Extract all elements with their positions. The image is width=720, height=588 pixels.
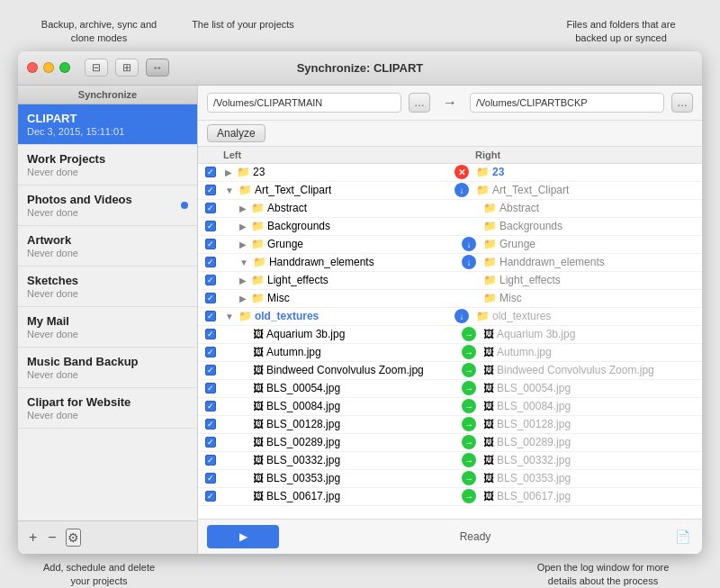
file-row[interactable]: 🖼 BLS_00054.jpg → 🖼 BLS_00054.jpg bbox=[198, 380, 702, 398]
checkbox-cell[interactable] bbox=[200, 257, 221, 267]
expand-arrow[interactable]: ▼ bbox=[225, 312, 234, 321]
checkbox[interactable] bbox=[205, 311, 216, 321]
right-path-browse-button[interactable]: … bbox=[671, 93, 693, 113]
file-icon: 🖼 bbox=[253, 436, 264, 448]
folder-icon: 📁 bbox=[483, 202, 497, 214]
checkbox-cell[interactable] bbox=[200, 203, 221, 213]
file-row[interactable]: ▶ 📁 Light_effects 📁 Light_effects bbox=[198, 272, 702, 290]
checkbox[interactable] bbox=[205, 239, 216, 249]
sync-icon-cell: → bbox=[456, 453, 482, 467]
checkbox-cell[interactable] bbox=[200, 347, 221, 357]
log-icon-button[interactable]: 📄 bbox=[671, 526, 693, 547]
file-row[interactable]: ▶ 📁 Backgrounds 📁 Backgrounds bbox=[198, 218, 702, 236]
file-row[interactable]: ▶ 📁 Grunge ↓ 📁 Grunge bbox=[198, 236, 702, 254]
file-row[interactable]: 🖼 Autumn.jpg → 🖼 Autumn.jpg bbox=[198, 344, 702, 362]
file-row[interactable]: 🖼 BLS_00289.jpg → 🖼 BLS_00289.jpg bbox=[198, 434, 702, 452]
minimize-button[interactable] bbox=[43, 62, 54, 73]
checkbox[interactable] bbox=[205, 473, 216, 484]
checkbox[interactable] bbox=[205, 275, 216, 285]
file-row[interactable]: 🖼 Bindweed Convolvulus Zoom.jpg → 🖼 Bind… bbox=[198, 362, 702, 380]
checkbox[interactable] bbox=[205, 221, 216, 231]
left-path-input[interactable] bbox=[207, 93, 401, 113]
checkbox[interactable] bbox=[205, 455, 216, 466]
right-path-input[interactable] bbox=[470, 93, 664, 113]
checkbox-cell[interactable] bbox=[200, 419, 221, 430]
sidebar-item-my-mail[interactable]: My Mail Never done bbox=[18, 307, 197, 348]
checkbox[interactable] bbox=[205, 185, 216, 195]
checkbox[interactable] bbox=[205, 383, 216, 394]
file-row[interactable]: ▶ 📁 23 ✕ 📁 23 bbox=[198, 164, 702, 182]
checkbox-cell[interactable] bbox=[200, 401, 221, 412]
right-file-name: BLS_00289.jpg bbox=[497, 436, 571, 448]
expand-arrow[interactable]: ▶ bbox=[239, 222, 247, 231]
swap-arrow-button[interactable]: → bbox=[437, 93, 463, 113]
checkbox[interactable] bbox=[205, 203, 216, 213]
checkbox-cell[interactable] bbox=[200, 455, 221, 466]
file-row[interactable]: ▼ 📁 Handdrawn_elements ↓ 📁 Handdrawn_ele… bbox=[198, 254, 702, 272]
file-row[interactable]: 🖼 BLS_00084.jpg → 🖼 BLS_00084.jpg bbox=[198, 398, 702, 416]
checkbox[interactable] bbox=[205, 347, 216, 357]
file-row[interactable]: ▶ 📁 Abstract 📁 Abstract bbox=[198, 200, 702, 218]
file-row[interactable]: 🖼 BLS_00353.jpg → 🖼 BLS_00353.jpg bbox=[198, 470, 702, 488]
file-row[interactable]: 🖼 BLS_00128.jpg → 🖼 BLS_00128.jpg bbox=[198, 416, 702, 434]
checkbox-cell[interactable] bbox=[200, 221, 221, 231]
sidebar-item-sub: Never done bbox=[27, 288, 188, 299]
checkbox-cell[interactable] bbox=[200, 275, 221, 285]
sidebar-item-clipart[interactable]: CLIPART Dec 3, 2015, 15:11:01 bbox=[18, 104, 197, 145]
play-button[interactable]: ▶ bbox=[207, 525, 279, 548]
add-project-button[interactable]: + bbox=[27, 529, 39, 546]
settings-button[interactable]: ⚙ bbox=[66, 529, 81, 547]
file-row[interactable]: 🖼 BLS_00332.jpg → 🖼 BLS_00332.jpg bbox=[198, 452, 702, 470]
right-panel: … → … Analyze Left Right ▶ 📁 bbox=[198, 86, 702, 554]
checkbox[interactable] bbox=[205, 329, 216, 339]
checkbox-cell[interactable] bbox=[200, 437, 221, 448]
checkbox[interactable] bbox=[205, 257, 216, 267]
left-file-name: Art_Text_Clipart bbox=[255, 184, 331, 196]
checkbox[interactable] bbox=[205, 491, 216, 502]
checkbox-cell[interactable] bbox=[200, 239, 221, 249]
remove-project-button[interactable]: − bbox=[46, 529, 58, 546]
expand-arrow[interactable]: ▼ bbox=[225, 185, 234, 195]
expand-arrow[interactable]: ▶ bbox=[225, 167, 232, 177]
toolbar-icon-clone[interactable]: ↔ bbox=[146, 59, 169, 77]
checkbox[interactable] bbox=[205, 293, 216, 303]
sidebar-item-sketches[interactable]: Sketches Never done bbox=[18, 267, 197, 307]
expand-arrow[interactable]: ▶ bbox=[239, 276, 247, 285]
toolbar-icon-archive[interactable]: ⊟ bbox=[85, 59, 108, 77]
sync-icon-cell: → bbox=[456, 471, 482, 485]
sidebar-item-photos-and-videos[interactable]: Photos and Videos Never done bbox=[18, 185, 197, 226]
file-row[interactable]: 🖼 BLS_00617.jpg → 🖼 BLS_00617.jpg bbox=[198, 488, 702, 506]
left-name-cell: 🖼 BLS_00353.jpg bbox=[221, 472, 456, 484]
file-row[interactable]: 🖼 Aquarium 3b.jpg → 🖼 Aquarium 3b.jpg bbox=[198, 326, 702, 344]
checkbox-cell[interactable] bbox=[200, 329, 221, 339]
checkbox[interactable] bbox=[205, 365, 216, 375]
analyze-button[interactable]: Analyze bbox=[207, 124, 266, 142]
checkbox-cell[interactable] bbox=[200, 473, 221, 484]
expand-arrow[interactable]: ▶ bbox=[239, 204, 247, 213]
checkbox[interactable] bbox=[205, 419, 216, 430]
checkbox-cell[interactable] bbox=[200, 491, 221, 502]
checkbox-cell[interactable] bbox=[200, 293, 221, 303]
checkbox-cell[interactable] bbox=[200, 311, 221, 321]
sidebar-item-music-band-backup[interactable]: Music Band Backup Never done bbox=[18, 348, 197, 388]
checkbox[interactable] bbox=[205, 437, 216, 448]
expand-arrow[interactable]: ▶ bbox=[239, 294, 247, 303]
left-path-browse-button[interactable]: … bbox=[409, 93, 430, 113]
sidebar-item-work-projects[interactable]: Work Projects Never done bbox=[18, 145, 197, 185]
close-button[interactable] bbox=[27, 62, 38, 73]
checkbox[interactable] bbox=[205, 401, 216, 412]
checkbox[interactable] bbox=[205, 167, 216, 177]
expand-arrow[interactable]: ▶ bbox=[239, 240, 247, 249]
checkbox-cell[interactable] bbox=[200, 383, 221, 394]
expand-arrow[interactable]: ▼ bbox=[239, 258, 248, 267]
maximize-button[interactable] bbox=[59, 62, 70, 73]
file-row[interactable]: ▼ 📁 old_textures ↓ 📁 old_textures bbox=[198, 308, 702, 326]
sidebar-item-artwork[interactable]: Artwork Never done bbox=[18, 226, 197, 267]
checkbox-cell[interactable] bbox=[200, 185, 221, 195]
toolbar-icon-sync[interactable]: ⊞ bbox=[115, 59, 139, 77]
file-row[interactable]: ▼ 📁 Art_Text_Clipart ↓ 📁 Art_Text_Clipar… bbox=[198, 182, 702, 200]
sidebar-item-clipart-for-website[interactable]: Clipart for Website Never done bbox=[18, 388, 197, 429]
checkbox-cell[interactable] bbox=[200, 167, 221, 177]
checkbox-cell[interactable] bbox=[200, 365, 221, 375]
file-row[interactable]: ▶ 📁 Misc 📁 Misc bbox=[198, 290, 702, 308]
